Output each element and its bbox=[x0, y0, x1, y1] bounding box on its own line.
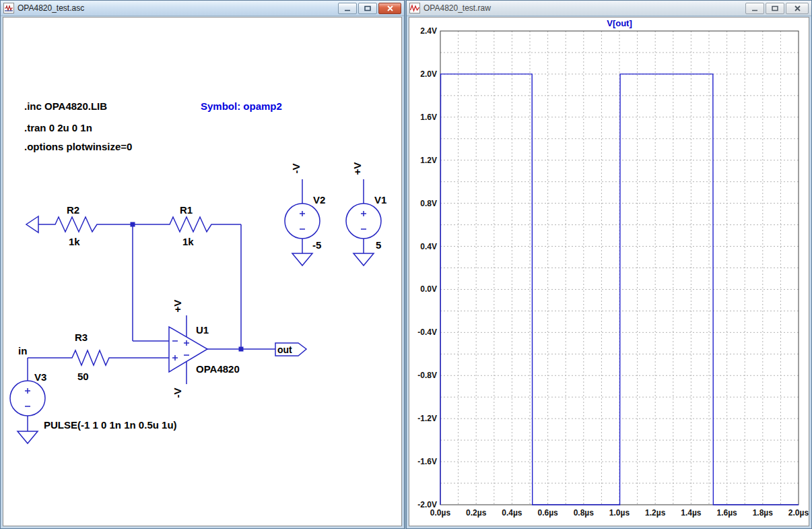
r1-name[interactable]: R1 bbox=[180, 204, 193, 216]
schematic-svg[interactable]: .inc OPA4820.LIB Symbol: opamp2 .tran 0 … bbox=[3, 18, 402, 526]
resistor-R1[interactable] bbox=[166, 217, 216, 232]
waveform-doc-icon bbox=[409, 3, 420, 13]
schematic-window-title: OPA4820_test.asc bbox=[18, 3, 338, 13]
vplus-label-opamp[interactable]: +V bbox=[172, 300, 183, 313]
x-axis-tick-label: 1.0µs bbox=[609, 508, 630, 518]
y-axis-tick-label: -0.8V bbox=[417, 371, 437, 380]
waveform-plot-svg[interactable]: 0.0µs0.2µs0.4µs0.6µs0.8µs1.0µs1.2µs1.4µs… bbox=[409, 18, 809, 526]
resistor-R2[interactable] bbox=[51, 217, 103, 232]
x-axis-tick-label: 2.0µs bbox=[788, 508, 809, 518]
r3-name[interactable]: R3 bbox=[75, 332, 88, 343]
r1-value[interactable]: 1k bbox=[182, 236, 194, 247]
v3-value[interactable]: PULSE(-1 1 0 1n 1n 0.5u 1u) bbox=[44, 419, 177, 431]
maximize-button[interactable] bbox=[358, 3, 377, 14]
waveform-window-title: OPA4820_test.raw bbox=[424, 3, 745, 13]
waveform-window: OPA4820_test.raw 0.0µs0.2µs0.4µs0.6µs0.8… bbox=[406, 0, 812, 529]
y-axis-tick-label: -1.2V bbox=[417, 414, 437, 423]
ground-v1 bbox=[353, 253, 374, 266]
vminus-label-opamp[interactable]: -V bbox=[172, 388, 183, 398]
maximize-button[interactable] bbox=[766, 3, 784, 14]
schematic-window: OPA4820_test.asc .inc OPA4820.LIB Symbol… bbox=[0, 0, 405, 529]
x-axis-tick-label: 1.8µs bbox=[753, 508, 774, 518]
resistor-R3[interactable] bbox=[68, 350, 112, 365]
waveform-pane[interactable]: 0.0µs0.2µs0.4µs0.6µs0.8µs1.0µs1.2µs1.4µs… bbox=[409, 17, 809, 526]
schematic-doc-icon bbox=[3, 3, 14, 13]
y-axis-tick-label: 0.8V bbox=[420, 199, 437, 208]
minimize-icon bbox=[751, 5, 758, 11]
minimize-button[interactable] bbox=[338, 3, 357, 14]
vsource-V3[interactable] bbox=[10, 381, 45, 416]
y-axis-tick-label: -1.6V bbox=[417, 457, 437, 466]
y-axis-tick-label: 1.6V bbox=[420, 113, 437, 122]
y-axis-tick-label: 2.4V bbox=[420, 26, 437, 36]
v1-value[interactable]: 5 bbox=[376, 239, 381, 251]
in-label[interactable]: in bbox=[18, 345, 27, 356]
v1-name[interactable]: V1 bbox=[374, 194, 386, 206]
close-button[interactable] bbox=[378, 3, 401, 14]
u1-name[interactable]: U1 bbox=[196, 324, 209, 336]
directive-inc[interactable]: .inc OPA4820.LIB bbox=[24, 100, 107, 112]
r3-value[interactable]: 50 bbox=[77, 371, 89, 382]
y-axis-tick-label: 0.4V bbox=[420, 242, 437, 251]
left-port-arrow[interactable] bbox=[26, 216, 38, 232]
v3-name[interactable]: V3 bbox=[34, 371, 46, 383]
ground-v2 bbox=[292, 253, 312, 266]
junction-output-node bbox=[239, 347, 244, 352]
vplus-label-v1[interactable]: +V bbox=[351, 162, 363, 175]
comment-symbol[interactable]: Symbol: opamp2 bbox=[201, 100, 282, 112]
v2-name[interactable]: V2 bbox=[313, 194, 325, 206]
minimize-icon bbox=[344, 5, 351, 11]
minimize-button[interactable] bbox=[745, 3, 764, 14]
waveform-titlebar[interactable]: OPA4820_test.raw bbox=[407, 1, 811, 16]
y-axis-tick-label: -0.4V bbox=[417, 328, 437, 337]
vsource-V1[interactable] bbox=[346, 204, 381, 239]
r2-name[interactable]: R2 bbox=[67, 204, 79, 216]
directive-tran[interactable]: .tran 0 2u 0 1n bbox=[24, 122, 92, 133]
r2-value[interactable]: 1k bbox=[69, 236, 80, 247]
y-axis-tick-label: -2.0V bbox=[417, 500, 437, 509]
maximize-icon bbox=[364, 5, 371, 11]
junction-feedback-node bbox=[131, 222, 135, 227]
close-button[interactable] bbox=[786, 3, 809, 14]
plot-title-trace-legend[interactable]: V[out] bbox=[607, 18, 632, 28]
x-axis-tick-label: 0.6µs bbox=[537, 508, 558, 518]
x-axis-tick-label: 1.2µs bbox=[645, 508, 666, 518]
schematic-canvas[interactable]: .inc OPA4820.LIB Symbol: opamp2 .tran 0 … bbox=[3, 17, 402, 526]
x-axis-tick-label: 0.4µs bbox=[502, 508, 522, 518]
y-axis-tick-label: 2.0V bbox=[420, 69, 437, 79]
x-axis-tick-label: 0.2µs bbox=[466, 508, 487, 518]
out-port[interactable]: out bbox=[275, 343, 306, 356]
u1-value[interactable]: OPA4820 bbox=[196, 363, 240, 375]
x-axis-tick-label: 1.4µs bbox=[681, 508, 702, 518]
out-label: out bbox=[277, 344, 292, 355]
x-axis-tick-label: 0.0µs bbox=[430, 508, 451, 518]
x-axis-tick-label: 0.8µs bbox=[574, 508, 595, 518]
vminus-label-v2[interactable]: -V bbox=[290, 164, 302, 174]
ground-v3 bbox=[18, 431, 38, 443]
maximize-icon bbox=[772, 5, 778, 11]
directive-options[interactable]: .options plotwinsize=0 bbox=[24, 141, 132, 152]
y-axis-tick-label: 0.0V bbox=[420, 284, 437, 294]
close-icon bbox=[794, 5, 801, 11]
close-icon bbox=[387, 5, 393, 11]
schematic-titlebar[interactable]: OPA4820_test.asc bbox=[1, 1, 404, 16]
vsource-V2[interactable] bbox=[285, 204, 320, 239]
y-axis-tick-label: 1.2V bbox=[420, 156, 437, 165]
v2-value[interactable]: -5 bbox=[312, 239, 321, 251]
x-axis-tick-label: 1.6µs bbox=[716, 508, 737, 518]
